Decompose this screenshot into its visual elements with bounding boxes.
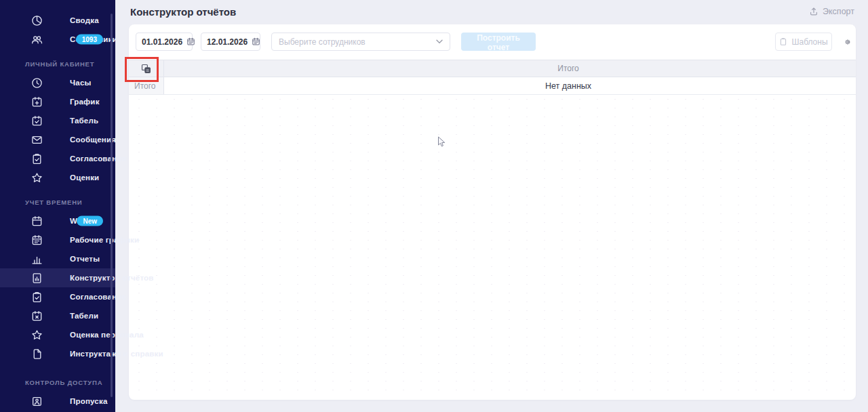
calendar-check-icon [31, 115, 43, 127]
document-icon [31, 348, 43, 360]
sidebar-item-label: Сводка [70, 16, 99, 24]
export-label: Экспорт [823, 7, 854, 16]
sidebar-item-label: Оценки [70, 173, 99, 182]
topbar: Конструктор отчётов Экспорт [115, 0, 868, 24]
star-icon [31, 329, 43, 341]
date-to-value: 12.01.2026 [207, 37, 248, 47]
sidebar-item-soglasovanie[interactable]: Согласование [0, 287, 115, 306]
sidebar-item-sotrudniki[interactable]: Сотрудники1093 [0, 30, 115, 49]
sidebar-item-label: Отчеты [70, 255, 100, 263]
table-row: Итого Нет данных [129, 77, 856, 95]
date-from-input[interactable]: 01.01.2026 [136, 33, 193, 51]
sidebar-item-propuska[interactable]: Пропуска [0, 392, 115, 411]
sidebar-item-tabeli[interactable]: Табели [0, 306, 115, 325]
report-doc-icon [31, 272, 43, 284]
clipboard-icon [779, 37, 787, 46]
sidebar-item-konstruktor-otchetov[interactable]: Конструктор отчётов [0, 268, 115, 287]
table-header-total: Итого [164, 60, 856, 77]
panel-background-pattern [130, 95, 854, 398]
sidebar-item-label: Согласование [70, 293, 126, 301]
empty-data-message: Нет данных [164, 77, 856, 94]
sidebar-item-grafik[interactable]: График [0, 92, 115, 111]
sidebar-item-label: Табели [70, 312, 98, 320]
clipboard-check-icon [31, 291, 43, 303]
templates-button[interactable]: Шаблоны [775, 33, 832, 51]
sidebar-item-svodka[interactable]: Сводка [0, 11, 115, 30]
employees-select[interactable]: Выберите сотрудников [271, 33, 450, 51]
calendar-icon [252, 37, 260, 46]
clipboard-check-icon [31, 152, 43, 165]
export-icon [809, 7, 818, 16]
sidebar-item-soglasovaniya[interactable]: Согласования [0, 149, 115, 168]
page-title: Конструктор отчётов [130, 6, 236, 18]
sidebar-item-label: Согласования [70, 154, 126, 163]
sidebar-item-label: Инструктажи и справки [70, 350, 163, 358]
calendar-icon [31, 215, 43, 227]
sidebar-scrollbar[interactable] [111, 14, 113, 397]
sidebar: СводкаСотрудники1093ЛИЧНЫЙ КАБИНЕТЧасыГр… [0, 0, 115, 412]
sidebar-item-otchety[interactable]: Отчеты [0, 249, 115, 268]
build-report-button[interactable]: Построить отчет [461, 33, 536, 51]
column-settings-icon[interactable] [141, 64, 151, 74]
total-row-label: Итого [129, 77, 164, 94]
sidebar-section-label: ЛИЧНЫЙ КАБИНЕТ [0, 54, 115, 73]
sidebar-item-label: Сообщения [70, 136, 116, 144]
report-panel: 01.01.2026 12.01.2026 Выберите сотрудник… [129, 24, 856, 400]
chevron-down-icon [436, 39, 443, 44]
sidebar-item-label: Табель [70, 117, 98, 125]
clock-icon [31, 77, 43, 89]
pie-chart-icon [31, 14, 43, 26]
table-header-row: Итого [129, 60, 856, 77]
sidebar-item-label: Пропуска [70, 397, 108, 405]
sidebar-item-rabochie-grafiki[interactable]: Рабочие графики [0, 230, 115, 249]
sidebar-nav: СводкаСотрудники1093ЛИЧНЫЙ КАБИНЕТЧасыГр… [0, 0, 115, 411]
sidebar-item-soobshcheniya[interactable]: Сообщения [0, 130, 115, 149]
sidebar-badge: New [77, 216, 103, 226]
export-button[interactable]: Экспорт [805, 6, 859, 17]
mail-icon [31, 133, 43, 146]
date-from-value: 01.01.2026 [142, 37, 182, 47]
date-to-input[interactable]: 12.01.2026 [201, 33, 260, 51]
settings-gear-icon[interactable] [841, 33, 854, 51]
templates-label: Шаблоны [791, 37, 827, 47]
calendar-grid-icon [31, 234, 43, 246]
sidebar-item-instruktazhi[interactable]: Инструктажи и справки [0, 344, 115, 363]
calendar-x-icon [31, 310, 43, 322]
people-icon [31, 33, 43, 45]
sidebar-item-label: Часы [70, 79, 92, 87]
sidebar-item-otsenka-personala[interactable]: Оценка персонала [0, 325, 115, 344]
sidebar-section-label: УЧЕТ ВРЕМЕНИ [0, 192, 115, 211]
sidebar-item-chasy[interactable]: Часы [0, 73, 115, 92]
sidebar-item-label: График [70, 98, 100, 106]
table-header-corner-cell [129, 60, 164, 77]
sidebar-badge: 1093 [76, 35, 103, 45]
calendar-plus-icon [31, 96, 43, 108]
sidebar-item-tabel[interactable]: Табель [0, 111, 115, 130]
sidebar-item-otsenki[interactable]: Оценки [0, 168, 115, 187]
sidebar-section-label: КОНТРОЛЬ ДОСТУПА [0, 373, 115, 392]
sidebar-item-label: Оценка персонала [70, 331, 144, 339]
employees-select-placeholder: Выберите сотрудников [279, 37, 366, 47]
bar-chart-icon [31, 253, 43, 265]
sidebar-item-label: Рабочие графики [70, 236, 139, 244]
sidebar-item-wfm[interactable]: WFMNew [0, 211, 115, 230]
star-icon [31, 171, 43, 184]
calendar-icon [186, 37, 195, 46]
id-badge-icon [31, 395, 43, 407]
